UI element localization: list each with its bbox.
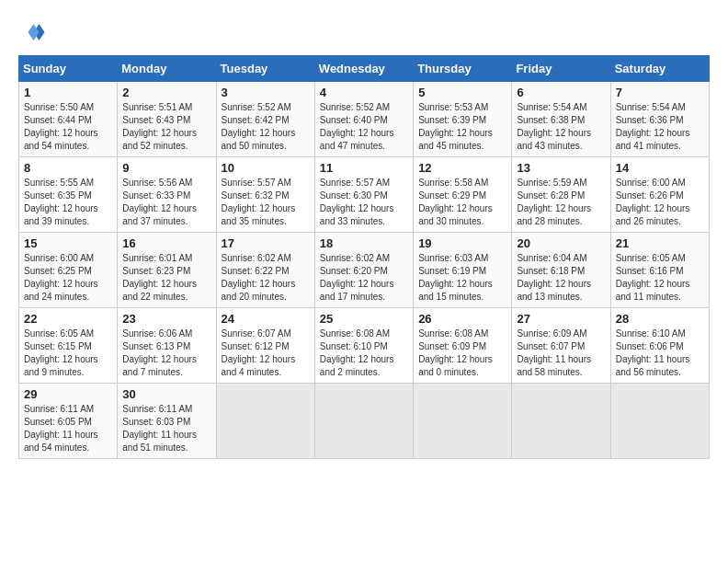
day-detail: Sunrise: 6:06 AM Sunset: 6:13 PM Dayligh… [122, 327, 210, 379]
day-detail: Sunrise: 5:57 AM Sunset: 6:32 PM Dayligh… [222, 177, 310, 228]
day-detail: Sunrise: 5:55 AM Sunset: 6:35 PM Dayligh… [24, 177, 112, 228]
day-detail: Sunrise: 6:02 AM Sunset: 6:20 PM Dayligh… [320, 252, 408, 304]
day-detail: Sunrise: 5:59 AM Sunset: 6:28 PM Dayligh… [517, 177, 605, 228]
day-detail: Sunrise: 5:52 AM Sunset: 6:40 PM Dayligh… [320, 101, 408, 153]
day-detail: Sunrise: 6:08 AM Sunset: 6:09 PM Dayligh… [418, 327, 506, 379]
day-detail: Sunrise: 5:56 AM Sunset: 6:33 PM Dayligh… [122, 177, 210, 228]
day-detail: Sunrise: 6:04 AM Sunset: 6:18 PM Dayligh… [517, 252, 605, 304]
day-number: 23 [122, 312, 210, 326]
day-number: 15 [24, 236, 112, 250]
calendar-cell: 4Sunrise: 5:52 AM Sunset: 6:40 PM Daylig… [314, 82, 413, 157]
calendar-cell: 5Sunrise: 5:53 AM Sunset: 6:39 PM Daylig… [414, 82, 512, 157]
day-detail: Sunrise: 6:00 AM Sunset: 6:26 PM Dayligh… [616, 177, 704, 228]
day-detail: Sunrise: 6:08 AM Sunset: 6:10 PM Dayligh… [320, 327, 408, 379]
calendar-cell: 18Sunrise: 6:02 AM Sunset: 6:20 PM Dayli… [314, 233, 413, 308]
calendar-cell: 3Sunrise: 5:52 AM Sunset: 6:42 PM Daylig… [216, 82, 314, 157]
week-row: 8Sunrise: 5:55 AM Sunset: 6:35 PM Daylig… [19, 157, 710, 233]
day-number: 5 [418, 86, 506, 99]
day-detail: Sunrise: 5:58 AM Sunset: 6:29 PM Dayligh… [418, 177, 506, 228]
calendar-cell: 20Sunrise: 6:04 AM Sunset: 6:18 PM Dayli… [512, 233, 610, 308]
day-detail: Sunrise: 6:05 AM Sunset: 6:15 PM Dayligh… [24, 327, 112, 379]
day-number: 19 [418, 236, 506, 250]
calendar-cell: 13Sunrise: 5:59 AM Sunset: 6:28 PM Dayli… [512, 157, 610, 233]
week-row: 15Sunrise: 6:00 AM Sunset: 6:25 PM Dayli… [19, 233, 710, 308]
day-number: 17 [222, 236, 310, 250]
calendar-cell: 24Sunrise: 6:07 AM Sunset: 6:12 PM Dayli… [216, 308, 314, 384]
day-number: 14 [616, 161, 704, 175]
calendar-cell: 14Sunrise: 6:00 AM Sunset: 6:26 PM Dayli… [610, 157, 709, 233]
day-number: 20 [517, 236, 605, 250]
day-number: 6 [517, 86, 605, 99]
calendar-cell: 25Sunrise: 6:08 AM Sunset: 6:10 PM Dayli… [314, 308, 413, 384]
week-row: 1Sunrise: 5:50 AM Sunset: 6:44 PM Daylig… [19, 82, 710, 157]
calendar-cell [512, 384, 610, 459]
calendar-cell [414, 384, 512, 459]
day-number: 10 [222, 161, 310, 175]
day-number: 27 [517, 312, 605, 326]
day-detail: Sunrise: 6:03 AM Sunset: 6:19 PM Dayligh… [418, 252, 506, 304]
day-number: 8 [24, 161, 112, 175]
day-detail: Sunrise: 6:01 AM Sunset: 6:23 PM Dayligh… [122, 252, 210, 304]
day-number: 12 [418, 161, 506, 175]
calendar-cell: 15Sunrise: 6:00 AM Sunset: 6:25 PM Dayli… [19, 233, 118, 308]
calendar-cell: 11Sunrise: 5:57 AM Sunset: 6:30 PM Dayli… [314, 157, 413, 233]
day-detail: Sunrise: 5:50 AM Sunset: 6:44 PM Dayligh… [24, 101, 112, 153]
day-number: 3 [222, 86, 310, 99]
calendar-cell: 8Sunrise: 5:55 AM Sunset: 6:35 PM Daylig… [19, 157, 118, 233]
day-number: 7 [616, 86, 704, 99]
page-header [18, 18, 710, 46]
col-header-saturday: Saturday [610, 56, 709, 82]
calendar-cell: 7Sunrise: 5:54 AM Sunset: 6:36 PM Daylig… [610, 82, 709, 157]
day-detail: Sunrise: 5:54 AM Sunset: 6:38 PM Dayligh… [517, 101, 605, 153]
calendar-cell: 2Sunrise: 5:51 AM Sunset: 6:43 PM Daylig… [118, 82, 216, 157]
day-number: 29 [24, 387, 112, 401]
logo-icon [18, 18, 46, 46]
day-number: 26 [418, 312, 506, 326]
col-header-tuesday: Tuesday [216, 56, 314, 82]
calendar-cell [314, 384, 413, 459]
calendar-cell: 10Sunrise: 5:57 AM Sunset: 6:32 PM Dayli… [216, 157, 314, 233]
day-number: 25 [320, 312, 408, 326]
calendar-cell: 12Sunrise: 5:58 AM Sunset: 6:29 PM Dayli… [414, 157, 512, 233]
col-header-friday: Friday [512, 56, 610, 82]
day-number: 9 [122, 161, 210, 175]
calendar-cell: 30Sunrise: 6:11 AM Sunset: 6:03 PM Dayli… [118, 384, 216, 459]
day-detail: Sunrise: 6:09 AM Sunset: 6:07 PM Dayligh… [517, 327, 605, 379]
calendar-cell: 28Sunrise: 6:10 AM Sunset: 6:06 PM Dayli… [610, 308, 709, 384]
day-detail: Sunrise: 6:00 AM Sunset: 6:25 PM Dayligh… [24, 252, 112, 304]
calendar-cell: 6Sunrise: 5:54 AM Sunset: 6:38 PM Daylig… [512, 82, 610, 157]
calendar-cell: 26Sunrise: 6:08 AM Sunset: 6:09 PM Dayli… [414, 308, 512, 384]
day-detail: Sunrise: 5:57 AM Sunset: 6:30 PM Dayligh… [320, 177, 408, 228]
week-row: 29Sunrise: 6:11 AM Sunset: 6:05 PM Dayli… [19, 384, 710, 459]
calendar-cell: 27Sunrise: 6:09 AM Sunset: 6:07 PM Dayli… [512, 308, 610, 384]
day-number: 21 [616, 236, 704, 250]
day-number: 2 [122, 86, 210, 99]
day-detail: Sunrise: 6:11 AM Sunset: 6:05 PM Dayligh… [24, 403, 112, 454]
col-header-wednesday: Wednesday [314, 56, 413, 82]
day-number: 22 [24, 312, 112, 326]
day-number: 11 [320, 161, 408, 175]
day-number: 16 [122, 236, 210, 250]
day-detail: Sunrise: 6:10 AM Sunset: 6:06 PM Dayligh… [616, 327, 704, 379]
calendar-cell: 23Sunrise: 6:06 AM Sunset: 6:13 PM Dayli… [118, 308, 216, 384]
day-detail: Sunrise: 5:51 AM Sunset: 6:43 PM Dayligh… [122, 101, 210, 153]
day-number: 13 [517, 161, 605, 175]
col-header-sunday: Sunday [19, 56, 118, 82]
week-row: 22Sunrise: 6:05 AM Sunset: 6:15 PM Dayli… [19, 308, 710, 384]
calendar-cell: 1Sunrise: 5:50 AM Sunset: 6:44 PM Daylig… [19, 82, 118, 157]
calendar-cell: 19Sunrise: 6:03 AM Sunset: 6:19 PM Dayli… [414, 233, 512, 308]
calendar-cell [216, 384, 314, 459]
calendar-table: SundayMondayTuesdayWednesdayThursdayFrid… [18, 55, 710, 459]
calendar-cell: 9Sunrise: 5:56 AM Sunset: 6:33 PM Daylig… [118, 157, 216, 233]
calendar-cell: 16Sunrise: 6:01 AM Sunset: 6:23 PM Dayli… [118, 233, 216, 308]
calendar-cell [610, 384, 709, 459]
day-detail: Sunrise: 6:02 AM Sunset: 6:22 PM Dayligh… [222, 252, 310, 304]
calendar-cell: 17Sunrise: 6:02 AM Sunset: 6:22 PM Dayli… [216, 233, 314, 308]
day-detail: Sunrise: 6:07 AM Sunset: 6:12 PM Dayligh… [222, 327, 310, 379]
day-number: 1 [24, 86, 112, 99]
day-detail: Sunrise: 5:52 AM Sunset: 6:42 PM Dayligh… [222, 101, 310, 153]
col-header-monday: Monday [118, 56, 216, 82]
day-detail: Sunrise: 5:54 AM Sunset: 6:36 PM Dayligh… [616, 101, 704, 153]
day-number: 24 [222, 312, 310, 326]
calendar-cell: 29Sunrise: 6:11 AM Sunset: 6:05 PM Dayli… [19, 384, 118, 459]
